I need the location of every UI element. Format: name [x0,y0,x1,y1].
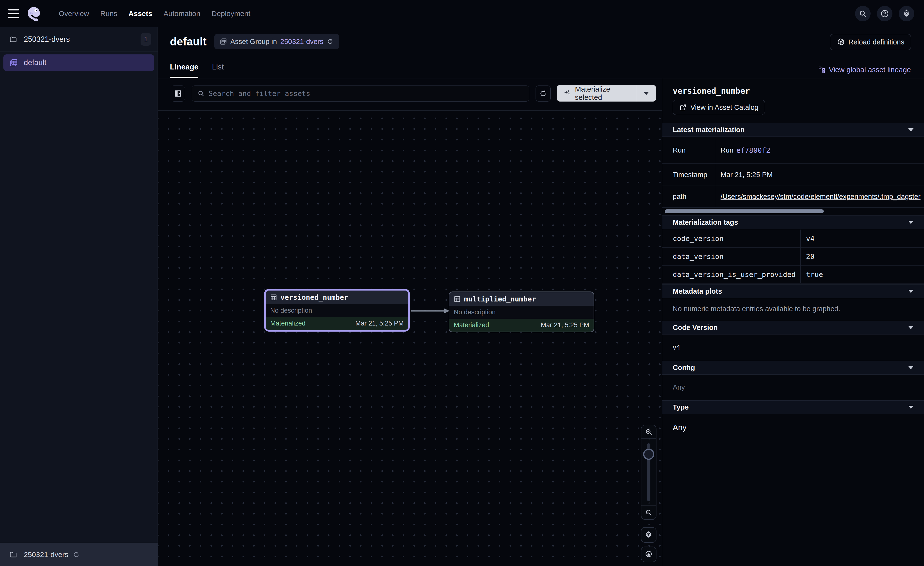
reload-definitions-button[interactable]: Reload definitions [830,34,911,50]
chip-prefix: Asset Group in [230,38,277,46]
row-key: path [662,186,715,208]
nav-item-deployment[interactable]: Deployment [212,9,250,18]
asset-search-box [192,86,529,102]
chevron-down-icon [908,326,914,329]
horizontal-scrollbar[interactable] [665,209,824,213]
search-button[interactable] [855,6,871,21]
graph-settings-button[interactable] [641,527,657,543]
zoom-in-button[interactable] [641,425,656,439]
sidebar-item-label: default [24,58,46,67]
tag-value: v4 [801,230,924,247]
help-button[interactable] [877,6,892,21]
reload-definitions-icon [837,38,845,46]
nav-menu: Overview Runs Assets Automation Deployme… [59,9,250,18]
global-lineage-label: View global asset lineage [829,66,911,74]
zoom-out-icon [645,509,652,516]
zoom-slider[interactable] [641,439,656,506]
section-materialization-tags[interactable]: Materialization tags [662,215,924,229]
refresh-graph-button[interactable] [536,86,550,102]
chevron-down-icon [644,92,649,95]
asset-detail-panel: versioned_number View in Asset Catalog L… [662,78,924,566]
asset-group-icon [220,38,227,45]
lineage-graph-icon [818,66,825,73]
collapse-sidebar-button[interactable] [171,86,185,102]
group-count-badge: 1 [141,33,151,46]
asset-node-versioned-number[interactable]: versioned_number No description Material… [264,289,410,331]
tab-lineage[interactable]: Lineage [170,61,198,78]
table-row-run: Run Run ef7800f2 [662,137,924,164]
materialized-status: Materialized [454,321,489,329]
lineage-edge-arrow [410,306,450,316]
materialize-selected-button[interactable]: Materialize selected [557,85,656,102]
folder-icon [9,551,18,559]
help-icon [880,9,889,18]
materialized-timestamp: Mar 21, 5:25 PM [355,320,404,327]
materialized-status: Materialized [270,320,306,327]
section-latest-materialization[interactable]: Latest materialization [662,123,924,137]
top-nav: Overview Runs Assets Automation Deployme… [0,0,924,27]
nav-item-runs[interactable]: Runs [100,9,117,18]
tag-value: true [801,265,924,283]
nav-item-assets[interactable]: Assets [128,9,152,18]
tag-row-data-version: data_version 20 [662,248,924,265]
chip-location-link[interactable]: 250321-dvers [280,38,323,46]
nav-item-automation[interactable]: Automation [164,9,200,18]
tag-key: data_version [662,248,801,265]
zoom-slider-knob[interactable] [643,449,654,460]
section-metadata-plots[interactable]: Metadata plots [662,285,924,298]
refresh-icon[interactable] [73,551,80,558]
nav-item-overview[interactable]: Overview [59,9,89,18]
run-id-link[interactable]: ef7800f2 [736,146,770,155]
code-version-value: v4 [673,343,680,351]
panel-asset-title: versioned_number [673,86,750,96]
asset-name: versioned_number [280,293,348,301]
page-title: default [170,35,207,48]
materialize-label: Materialize selected [575,85,636,102]
sidebar-group-250321-dvers[interactable]: 250321-dvers 1 [0,27,158,51]
timestamp-value: Mar 21, 5:25 PM [715,164,924,185]
chevron-down-icon [908,366,914,369]
zoom-control [641,424,657,520]
table-row-path: path /Users/smackesey/stm/code/elementl/… [662,186,924,208]
asset-group-chip[interactable]: Asset Group in 250321-dvers [214,34,339,49]
menu-icon[interactable] [8,9,19,18]
row-key: Run [662,137,715,164]
materialized-timestamp: Mar 21, 5:25 PM [541,321,589,329]
external-link-icon [679,104,687,111]
lineage-toolbar: Materialize selected [158,78,662,110]
search-input[interactable] [208,89,524,98]
section-type[interactable]: Type [662,400,924,414]
download-graph-button[interactable] [641,546,657,562]
gear-icon [902,9,911,18]
tag-row-code-version: code_version v4 [662,230,924,248]
config-value: Any [673,383,685,391]
lineage-graph-canvas[interactable]: versioned_number No description Material… [158,110,662,566]
view-in-asset-catalog-button[interactable]: View in Asset Catalog [673,100,765,115]
asset-description: No description [266,304,408,317]
metadata-plots-empty-text: No numeric metadata entries available to… [673,305,840,313]
refresh-icon[interactable] [327,38,334,45]
code-location-footer[interactable]: 250321-dvers [0,543,158,566]
sidebar-item-default[interactable]: default [3,54,154,71]
view-global-asset-lineage-link[interactable]: View global asset lineage [818,66,911,74]
path-link[interactable]: /Users/smackesey/stm/code/elementl/exper… [720,193,921,201]
section-title: Materialization tags [673,218,738,226]
search-icon [859,9,867,18]
materialize-dropdown-button[interactable] [636,85,656,102]
dagster-logo-icon[interactable] [26,6,41,21]
run-prefix: Run [720,146,734,154]
asset-group-icon [9,58,18,67]
tab-list[interactable]: List [212,61,224,78]
zoom-out-button[interactable] [641,506,656,519]
page-header: default Asset Group in 250321-dvers Relo… [158,27,924,78]
panel-toggle-icon [174,89,182,98]
section-title: Latest materialization [673,126,745,134]
table-icon [270,294,277,301]
chevron-down-icon [908,290,914,293]
section-config[interactable]: Config [662,361,924,375]
asset-name: multiplied_number [464,295,536,303]
asset-node-multiplied-number[interactable]: multiplied_number No description Materia… [448,292,594,332]
footer-location-label: 250321-dvers [24,551,68,559]
settings-button[interactable] [899,6,914,21]
section-code-version[interactable]: Code Version [662,321,924,334]
